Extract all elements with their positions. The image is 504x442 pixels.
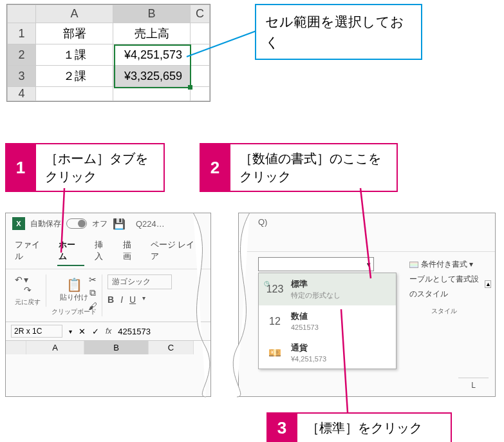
autosave-state: オフ xyxy=(92,218,107,229)
col-header-a[interactable]: A xyxy=(36,5,113,23)
step-3-number: 3 xyxy=(266,412,297,442)
search-hint[interactable]: Q) xyxy=(258,217,267,227)
save-icon[interactable]: 💾 xyxy=(113,218,126,230)
step-2-number: 2 xyxy=(200,143,230,192)
step-3-text: ［標準］をクリック xyxy=(297,412,452,442)
step-3: 3 ［標準］をクリック xyxy=(266,412,452,442)
cut-icon[interactable]: ✂ xyxy=(88,274,97,285)
fx-icon[interactable]: fx xyxy=(106,327,111,336)
chevron-down-icon[interactable]: ▾ xyxy=(142,294,145,305)
cell-c3[interactable] xyxy=(191,66,210,87)
autosave-label: 自動保存 xyxy=(30,218,61,229)
copy-icon[interactable]: ⧉ xyxy=(88,287,97,298)
row-header-1[interactable]: 1 xyxy=(8,23,36,44)
col-header-b2[interactable]: B xyxy=(84,341,149,354)
step-1-number: 1 xyxy=(5,143,36,192)
styles-group-label: スタイル xyxy=(409,305,479,317)
tab-insert[interactable]: 挿入 xyxy=(93,236,112,266)
select-all-corner[interactable] xyxy=(6,341,26,354)
cell-c1[interactable] xyxy=(191,23,210,44)
chevron-down-icon[interactable]: ▾ xyxy=(69,328,72,335)
tab-page-layout[interactable]: ページ レイア xyxy=(149,236,203,266)
chevron-down-icon[interactable]: ▾ xyxy=(24,274,28,285)
step-2: 2 ［数値の書式］のここをクリック xyxy=(200,143,398,192)
ribbon-left-panel: X 自動保存 オフ 💾 Q224… ファイル ホーム 挿入 描画 ページ レイア… xyxy=(5,213,211,397)
cancel-icon[interactable]: ✕ xyxy=(79,327,86,336)
cell-b2[interactable]: ¥4,251,573 xyxy=(113,44,191,66)
ribbon-right-panel: Q) ▾ ◷ 123 標準 特定の形式なし 12 xyxy=(238,213,496,397)
name-box[interactable]: 2R x 1C xyxy=(11,325,62,338)
excel-app-icon: X xyxy=(12,217,25,230)
confirm-icon[interactable]: ✓ xyxy=(92,327,99,336)
format-option-currency[interactable]: 💴 通貨 ¥4,251,573 xyxy=(259,337,396,369)
undo-icon[interactable]: ↶ xyxy=(15,274,23,285)
format-option-number[interactable]: 12 数値 4251573 xyxy=(259,305,396,337)
cell-c4[interactable] xyxy=(191,87,210,101)
tab-home[interactable]: ホーム xyxy=(57,236,84,266)
document-name: Q224… xyxy=(136,219,165,229)
col-header-a2[interactable]: A xyxy=(26,341,84,354)
col-header-c2[interactable]: C xyxy=(149,341,194,354)
cell-b4[interactable] xyxy=(113,87,191,101)
corner-cell[interactable] xyxy=(8,5,36,23)
chevron-down-icon: ▾ xyxy=(367,260,371,269)
italic-button[interactable]: I xyxy=(120,294,123,305)
col-header-c[interactable]: C xyxy=(191,5,210,23)
autosave-toggle[interactable] xyxy=(66,218,87,229)
cell-styles-button[interactable]: のスタイル xyxy=(409,287,479,302)
step-1-text: ［ホーム］タブをクリック xyxy=(36,143,165,192)
currency-icon: 💴 xyxy=(265,347,285,359)
cell-b1[interactable]: 売上高 xyxy=(113,23,191,44)
number-format-dropdown[interactable]: ▾ xyxy=(258,257,374,271)
redo-icon[interactable]: ↷ xyxy=(24,285,32,295)
cell-a2[interactable]: １課 xyxy=(36,44,113,66)
spreadsheet-preview: A B C 1 部署 売上高 2 １課 ¥4,251,573 3 ２課 ¥3,3… xyxy=(6,4,210,102)
clock-icon: ◷ xyxy=(264,280,270,287)
number-format-menu: ◷ 123 標準 特定の形式なし 12 数値 4251573 xyxy=(258,273,397,369)
row-header-4[interactable]: 4 xyxy=(8,87,36,101)
callout-select-range: セル範囲を選択しておく xyxy=(255,4,422,60)
cell-c2[interactable] xyxy=(191,44,210,66)
underline-button[interactable]: U xyxy=(129,294,136,305)
clipboard-icon: 📋 xyxy=(66,277,82,293)
col-header-l[interactable]: L xyxy=(458,378,489,392)
tab-draw[interactable]: 描画 xyxy=(122,236,140,266)
step-1: 1 ［ホーム］タブをクリック xyxy=(5,143,165,192)
row-header-2[interactable]: 2 xyxy=(8,44,36,66)
col-header-b[interactable]: B xyxy=(113,5,191,23)
cell-a1[interactable]: 部署 xyxy=(36,23,113,44)
formula-bar[interactable]: 4251573 xyxy=(118,327,151,336)
format-painter-icon[interactable]: 🖌 xyxy=(88,301,97,311)
scroll-up-icon[interactable]: ▲ xyxy=(485,280,491,288)
tab-file[interactable]: ファイル xyxy=(14,236,48,266)
cell-a4[interactable] xyxy=(36,87,113,101)
format-as-table-button[interactable]: ーブルとして書式設 xyxy=(409,272,479,287)
conditional-formatting-button[interactable]: 条件付き書式 ▾ xyxy=(409,257,479,272)
cell-b3[interactable]: ¥3,325,659 xyxy=(113,66,191,87)
font-name-select[interactable]: 游ゴシック xyxy=(107,274,172,289)
step-2-text: ［数値の書式］のここをクリック xyxy=(230,143,398,192)
undo-group-label: 元に戻す xyxy=(15,298,41,307)
row-header-3[interactable]: 3 xyxy=(8,66,36,87)
bold-button[interactable]: B xyxy=(107,294,114,305)
cell-a3[interactable]: ２課 xyxy=(36,66,113,87)
format-option-standard[interactable]: ◷ 123 標準 特定の形式なし xyxy=(259,273,396,305)
